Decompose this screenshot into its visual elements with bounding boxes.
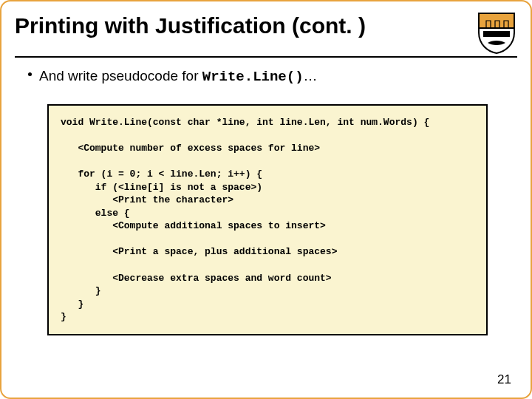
- bullet-suffix: …: [304, 68, 318, 83]
- bullet-prefix: And write pseudocode for: [39, 68, 202, 83]
- code-block: void Write.Line(const char *line, int li…: [47, 104, 488, 335]
- slide-header: Printing with Justification (cont. ): [15, 10, 517, 55]
- page-title: Printing with Justification (cont. ): [15, 13, 470, 38]
- bullet-dot-icon: [28, 72, 32, 76]
- title-underline: [15, 56, 517, 58]
- slide-frame: Printing with Justification (cont. ) And…: [0, 0, 532, 399]
- bullet-text: And write pseudocode for Write.Line()…: [39, 68, 318, 85]
- bullet-item: And write pseudocode for Write.Line()…: [28, 68, 517, 85]
- svg-rect-0: [483, 31, 510, 37]
- page-number: 21: [497, 372, 511, 387]
- princeton-shield-icon: [476, 10, 517, 55]
- bullet-code: Write.Line(): [202, 69, 304, 85]
